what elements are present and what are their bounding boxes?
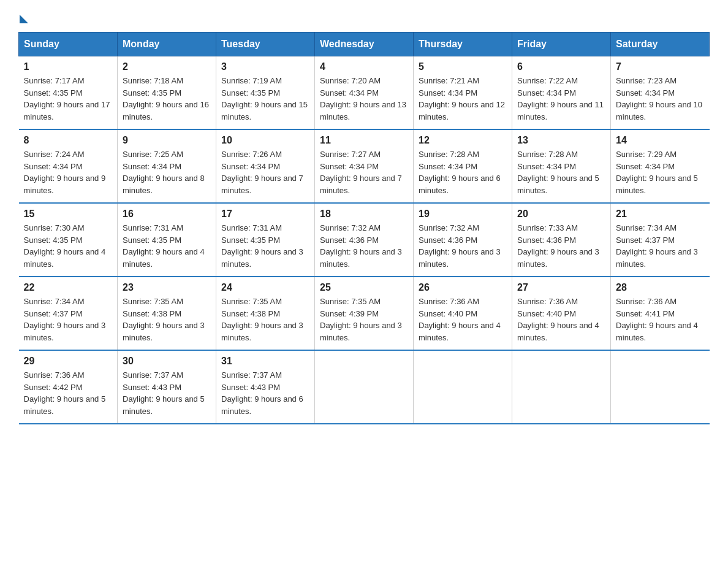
day-info: Sunrise: 7:33 AMSunset: 4:36 PMDaylight:… [517,223,599,269]
calendar-cell: 2 Sunrise: 7:18 AMSunset: 4:35 PMDayligh… [118,56,216,130]
day-number: 15 [24,209,113,220]
day-info: Sunrise: 7:18 AMSunset: 4:35 PMDaylight:… [123,76,209,121]
day-number: 7 [616,61,705,72]
calendar-cell: 25 Sunrise: 7:35 AMSunset: 4:39 PMDaylig… [315,277,414,350]
day-number: 30 [123,356,211,367]
header-monday: Monday [118,33,216,56]
calendar-cell [315,350,414,424]
logo [18,12,28,20]
day-info: Sunrise: 7:19 AMSunset: 4:35 PMDaylight:… [221,76,308,121]
day-info: Sunrise: 7:24 AMSunset: 4:34 PMDaylight:… [24,150,106,195]
header-friday: Friday [512,33,611,56]
day-number: 5 [419,61,507,72]
day-info: Sunrise: 7:29 AMSunset: 4:34 PMDaylight:… [616,150,698,195]
calendar-cell: 24 Sunrise: 7:35 AMSunset: 4:38 PMDaylig… [216,277,315,350]
day-number: 14 [616,135,705,146]
day-number: 9 [123,135,211,146]
day-info: Sunrise: 7:17 AMSunset: 4:35 PMDaylight:… [24,76,110,121]
calendar-cell: 22 Sunrise: 7:34 AMSunset: 4:37 PMDaylig… [19,277,118,350]
calendar-cell: 23 Sunrise: 7:35 AMSunset: 4:38 PMDaylig… [118,277,216,350]
day-number: 24 [221,282,309,293]
day-info: Sunrise: 7:23 AMSunset: 4:34 PMDaylight:… [616,76,702,121]
calendar-cell: 19 Sunrise: 7:32 AMSunset: 4:36 PMDaylig… [414,203,512,277]
day-info: Sunrise: 7:28 AMSunset: 4:34 PMDaylight:… [419,150,501,195]
day-number: 11 [320,135,408,146]
calendar-cell: 21 Sunrise: 7:34 AMSunset: 4:37 PMDaylig… [611,203,710,277]
day-info: Sunrise: 7:27 AMSunset: 4:34 PMDaylight:… [320,150,402,195]
day-number: 4 [320,61,408,72]
day-number: 27 [517,282,605,293]
header-wednesday: Wednesday [315,33,414,56]
calendar-cell: 15 Sunrise: 7:30 AMSunset: 4:35 PMDaylig… [19,203,118,277]
day-info: Sunrise: 7:36 AMSunset: 4:42 PMDaylight:… [24,370,106,416]
day-number: 8 [24,135,113,146]
day-info: Sunrise: 7:31 AMSunset: 4:35 PMDaylight:… [123,223,205,269]
calendar-cell: 31 Sunrise: 7:37 AMSunset: 4:43 PMDaylig… [216,350,315,424]
day-number: 29 [24,356,113,367]
day-number: 31 [221,356,309,367]
day-number: 1 [24,61,113,72]
day-number: 18 [320,209,408,220]
calendar-week-row: 8 Sunrise: 7:24 AMSunset: 4:34 PMDayligh… [19,129,710,203]
day-number: 28 [616,282,705,293]
header-saturday: Saturday [611,33,710,56]
day-info: Sunrise: 7:32 AMSunset: 4:36 PMDaylight:… [419,223,501,269]
day-number: 26 [419,282,507,293]
day-number: 12 [419,135,507,146]
calendar-cell [512,350,611,424]
calendar-cell: 5 Sunrise: 7:21 AMSunset: 4:34 PMDayligh… [414,56,512,130]
day-info: Sunrise: 7:34 AMSunset: 4:37 PMDaylight:… [616,223,698,269]
calendar-cell: 14 Sunrise: 7:29 AMSunset: 4:34 PMDaylig… [611,129,710,203]
calendar-cell: 18 Sunrise: 7:32 AMSunset: 4:36 PMDaylig… [315,203,414,277]
calendar-cell: 4 Sunrise: 7:20 AMSunset: 4:34 PMDayligh… [315,56,414,130]
day-number: 20 [517,209,605,220]
calendar-cell: 9 Sunrise: 7:25 AMSunset: 4:34 PMDayligh… [118,129,216,203]
day-info: Sunrise: 7:34 AMSunset: 4:37 PMDaylight:… [24,297,106,342]
day-number: 25 [320,282,408,293]
day-info: Sunrise: 7:22 AMSunset: 4:34 PMDaylight:… [517,76,604,121]
calendar-week-row: 1 Sunrise: 7:17 AMSunset: 4:35 PMDayligh… [19,56,710,130]
header-sunday: Sunday [19,33,118,56]
logo-triangle-icon [20,15,28,23]
calendar-table: SundayMondayTuesdayWednesdayThursdayFrid… [18,32,710,424]
day-number: 16 [123,209,211,220]
calendar-week-row: 15 Sunrise: 7:30 AMSunset: 4:35 PMDaylig… [19,203,710,277]
calendar-cell: 1 Sunrise: 7:17 AMSunset: 4:35 PMDayligh… [19,56,118,130]
day-info: Sunrise: 7:36 AMSunset: 4:40 PMDaylight:… [419,297,501,342]
day-info: Sunrise: 7:36 AMSunset: 4:40 PMDaylight:… [517,297,599,342]
day-number: 17 [221,209,309,220]
day-info: Sunrise: 7:35 AMSunset: 4:38 PMDaylight:… [221,297,303,342]
day-number: 3 [221,61,309,72]
calendar-cell: 8 Sunrise: 7:24 AMSunset: 4:34 PMDayligh… [19,129,118,203]
day-info: Sunrise: 7:37 AMSunset: 4:43 PMDaylight:… [123,370,205,416]
day-info: Sunrise: 7:36 AMSunset: 4:41 PMDaylight:… [616,297,698,342]
day-number: 19 [419,209,507,220]
day-number: 21 [616,209,705,220]
calendar-week-row: 29 Sunrise: 7:36 AMSunset: 4:42 PMDaylig… [19,350,710,424]
day-number: 13 [517,135,605,146]
day-info: Sunrise: 7:30 AMSunset: 4:35 PMDaylight:… [24,223,106,269]
header-thursday: Thursday [414,33,512,56]
day-info: Sunrise: 7:21 AMSunset: 4:34 PMDaylight:… [419,76,505,121]
calendar-week-row: 22 Sunrise: 7:34 AMSunset: 4:37 PMDaylig… [19,277,710,350]
calendar-cell: 13 Sunrise: 7:28 AMSunset: 4:34 PMDaylig… [512,129,611,203]
calendar-cell: 6 Sunrise: 7:22 AMSunset: 4:34 PMDayligh… [512,56,611,130]
day-number: 2 [123,61,211,72]
day-info: Sunrise: 7:35 AMSunset: 4:38 PMDaylight:… [123,297,205,342]
calendar-cell: 10 Sunrise: 7:26 AMSunset: 4:34 PMDaylig… [216,129,315,203]
day-info: Sunrise: 7:26 AMSunset: 4:34 PMDaylight:… [221,150,303,195]
calendar-cell: 29 Sunrise: 7:36 AMSunset: 4:42 PMDaylig… [19,350,118,424]
header-tuesday: Tuesday [216,33,315,56]
day-info: Sunrise: 7:37 AMSunset: 4:43 PMDaylight:… [221,370,303,416]
day-info: Sunrise: 7:28 AMSunset: 4:34 PMDaylight:… [517,150,599,195]
day-info: Sunrise: 7:32 AMSunset: 4:36 PMDaylight:… [320,223,402,269]
calendar-cell [414,350,512,424]
calendar-cell: 3 Sunrise: 7:19 AMSunset: 4:35 PMDayligh… [216,56,315,130]
page-header [18,12,710,20]
calendar-cell: 20 Sunrise: 7:33 AMSunset: 4:36 PMDaylig… [512,203,611,277]
calendar-cell: 12 Sunrise: 7:28 AMSunset: 4:34 PMDaylig… [414,129,512,203]
calendar-cell: 16 Sunrise: 7:31 AMSunset: 4:35 PMDaylig… [118,203,216,277]
day-number: 6 [517,61,605,72]
calendar-cell: 27 Sunrise: 7:36 AMSunset: 4:40 PMDaylig… [512,277,611,350]
calendar-cell: 28 Sunrise: 7:36 AMSunset: 4:41 PMDaylig… [611,277,710,350]
